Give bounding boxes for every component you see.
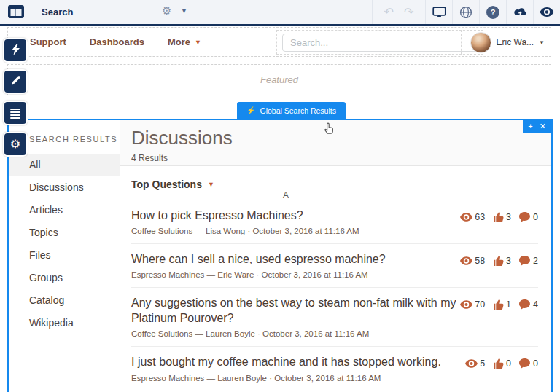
user-profile-menu[interactable]: Eric Wa... ▼ xyxy=(461,30,549,55)
global-search-results-component: + ✕ SEARCH RESULTS All Discussions Artic… xyxy=(7,119,553,392)
result-title-link[interactable]: I just bought my coffee machine and it h… xyxy=(131,354,441,369)
thumbs-up-icon xyxy=(493,358,504,369)
device-preview-button[interactable] xyxy=(425,0,452,24)
nav-search-region xyxy=(276,30,483,55)
results-title: Discussions xyxy=(131,128,551,148)
facet-item-discussions[interactable]: Discussions xyxy=(9,176,120,199)
chevron-down-icon: ▼ xyxy=(195,39,201,46)
chat-bubble-icon xyxy=(519,358,531,369)
comments-stat: 0 xyxy=(519,358,538,369)
lightning-icon: ⚡ xyxy=(246,107,255,114)
facet-item-wikipedia[interactable]: Wikipedia xyxy=(9,312,120,334)
chat-bubble-icon xyxy=(519,299,531,310)
move-component-icon[interactable]: + xyxy=(528,122,532,130)
comments-stat: 2 xyxy=(519,256,538,266)
facet-item-catalog[interactable]: Catalog xyxy=(9,289,120,312)
results-list: How to pick Espresso Machines? Coffee So… xyxy=(131,200,538,391)
views-stat: 58 xyxy=(460,256,485,266)
pencil-icon xyxy=(10,75,21,88)
user-name: Eric Wa... xyxy=(497,37,534,47)
result-meta: Coffee Solutions — Lauren Boyle · Octobe… xyxy=(131,329,459,338)
eye-icon xyxy=(460,300,472,309)
likes-stat[interactable]: 3 xyxy=(493,211,511,222)
page-title: Search xyxy=(42,7,73,17)
sort-dropdown[interactable]: Top Questions ▼ xyxy=(120,166,551,190)
views-stat: 63 xyxy=(460,212,485,222)
component-tag-label: Global Search Results xyxy=(260,106,335,115)
toolbar-actions: ↶ ↷ ? xyxy=(372,0,560,24)
likes-stat[interactable]: 0 xyxy=(493,358,511,369)
undo-redo-group: ↶ ↷ xyxy=(372,0,425,24)
undo-icon[interactable]: ↶ xyxy=(384,7,394,18)
help-button[interactable]: ? xyxy=(479,0,506,24)
likes-stat[interactable]: 3 xyxy=(493,255,511,266)
page-dropdown-caret-icon[interactable]: ▼ xyxy=(181,7,187,15)
facet-item-articles[interactable]: Articles xyxy=(9,199,120,222)
chat-bubble-icon xyxy=(519,212,531,222)
cloud-upload-icon xyxy=(513,7,528,17)
monitor-icon xyxy=(432,7,446,18)
search-results-facets: SEARCH RESULTS All Discussions Articles … xyxy=(9,120,120,392)
component-tag-global-search-results[interactable]: ⚡ Global Search Results xyxy=(237,102,346,119)
redo-icon[interactable]: ↷ xyxy=(404,7,413,18)
facet-item-topics[interactable]: Topics xyxy=(9,222,120,244)
comments-stat: 0 xyxy=(519,212,538,222)
builder-toolbar: Search ⚙ ▼ ↶ ↷ ? xyxy=(0,0,560,26)
result-title-link[interactable]: Any suggestions on the best way to steam… xyxy=(131,295,459,326)
results-count: 4 Results xyxy=(131,153,551,163)
eye-icon xyxy=(460,213,472,222)
nav-item-support[interactable]: Support xyxy=(30,36,66,47)
list-icon xyxy=(10,109,20,117)
facet-item-files[interactable]: Files xyxy=(9,244,120,267)
facet-item-groups[interactable]: Groups xyxy=(9,267,120,289)
community-nav-bar: Support Dashboards More ▼ Eric Wa... ▼ xyxy=(7,27,551,57)
result-title-link[interactable]: How to pick Espresso Machines? xyxy=(131,208,359,223)
nav-item-dashboards[interactable]: Dashboards xyxy=(90,36,144,47)
chat-bubble-icon xyxy=(519,256,531,266)
community-builder-canvas: { "topbar": { "page_label": "Search", "u… xyxy=(0,0,560,392)
result-stats: 5 0 0 xyxy=(465,354,538,369)
featured-region[interactable]: Featured xyxy=(7,64,551,95)
group-divider-letter: A xyxy=(283,190,289,200)
result-row: How to pick Espresso Machines? Coffee So… xyxy=(131,200,538,244)
preview-button[interactable] xyxy=(533,0,560,24)
result-stats: 70 1 4 xyxy=(460,295,538,310)
thumbs-up-icon xyxy=(493,299,504,310)
gear-icon: ⚙ xyxy=(10,138,20,150)
result-meta: Espresso Machines — Eric Ware · October … xyxy=(131,270,386,279)
page-layout-icon[interactable] xyxy=(7,4,25,22)
components-panel-button[interactable] xyxy=(3,38,28,63)
thumbs-up-icon xyxy=(493,255,504,266)
views-stat: 5 xyxy=(465,358,485,369)
settings-panel-button[interactable]: ⚙ xyxy=(3,132,28,157)
nav-links: Support Dashboards More ▼ xyxy=(30,28,201,56)
avatar xyxy=(470,32,491,53)
result-stats: 58 3 2 xyxy=(460,251,538,266)
facet-item-all[interactable]: All xyxy=(9,154,120,176)
globe-icon xyxy=(459,6,472,19)
eye-icon xyxy=(465,359,478,368)
featured-label: Featured xyxy=(260,74,298,85)
global-search-input[interactable] xyxy=(282,34,478,52)
result-meta: Espresso Machines — Lauren Boyle · Octob… xyxy=(131,374,441,383)
likes-stat[interactable]: 1 xyxy=(493,299,511,310)
theme-panel-button[interactable] xyxy=(3,69,28,94)
eye-icon xyxy=(460,256,472,265)
comments-stat: 4 xyxy=(519,299,538,310)
result-row: Any suggestions on the best way to steam… xyxy=(131,288,538,347)
result-stats: 63 3 0 xyxy=(460,208,538,222)
nav-item-more[interactable]: More ▼ xyxy=(168,36,201,47)
component-corner-actions: + ✕ xyxy=(523,120,551,133)
result-row: Where can I sell a nice, used espresso m… xyxy=(131,244,538,288)
result-title-link[interactable]: Where can I sell a nice, used espresso m… xyxy=(131,251,386,267)
facets-header: SEARCH RESULTS xyxy=(29,135,120,144)
lightning-icon xyxy=(11,44,20,58)
views-stat: 70 xyxy=(460,299,485,310)
page-settings-gear-icon[interactable]: ⚙ xyxy=(162,4,171,17)
locale-button[interactable] xyxy=(452,0,479,24)
page-structure-button[interactable] xyxy=(3,101,28,125)
chevron-down-icon: ▼ xyxy=(539,39,545,46)
publish-button[interactable] xyxy=(506,0,533,24)
discussions-panel: Discussions 4 Results Top Questions ▼ A … xyxy=(120,120,551,392)
close-component-icon[interactable]: ✕ xyxy=(540,122,546,130)
